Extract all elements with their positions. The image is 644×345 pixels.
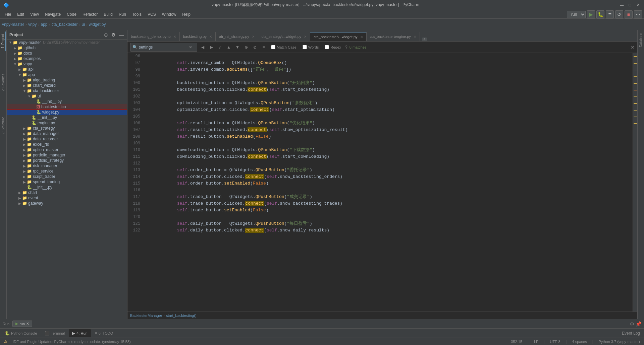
bc-backtester-manager[interactable]: BacktesterManager: [130, 314, 162, 318]
words-option[interactable]: Words: [301, 44, 321, 50]
tree-item-init-app[interactable]: 🐍 __init__.py: [7, 185, 127, 190]
tree-item-excel-rtd[interactable]: ▶ 📁 excel_rtd: [7, 142, 127, 147]
run-settings-btn[interactable]: ⚙: [630, 321, 634, 327]
tree-item-spread-trading[interactable]: ▶ 📁 spread_trading: [7, 179, 127, 185]
maximize-button[interactable]: □: [627, 2, 633, 8]
menu-code[interactable]: Code: [64, 11, 79, 17]
tab-favorites[interactable]: 2: Favorites: [1, 71, 6, 94]
tree-item-chart[interactable]: ▶ 📁 chart: [7, 190, 127, 195]
tree-item-gateway[interactable]: ▶ 📁 gateway: [7, 201, 127, 206]
menu-build[interactable]: Build: [101, 11, 115, 17]
tree-item-data-manager[interactable]: ▶ 📁 data_manager: [7, 131, 127, 136]
search-next-btn[interactable]: ▶: [208, 44, 215, 51]
tab-close-btn[interactable]: ✕: [209, 35, 212, 39]
refresh-button[interactable]: ↺: [615, 10, 623, 18]
tree-item-rpc-service[interactable]: ▶ 📁 rpc_service: [7, 168, 127, 174]
menu-view[interactable]: View: [28, 11, 42, 17]
tree-item-examples[interactable]: ▶ 📁 examples: [7, 56, 127, 61]
search-down-btn[interactable]: ▼: [234, 44, 241, 51]
tree-item-ui[interactable]: ▼ 📁 ui: [7, 93, 127, 99]
tab-todo-6[interactable]: ≡ 6: TODO: [92, 329, 117, 337]
tab-run-4[interactable]: ▶ 4: Run: [69, 329, 91, 337]
close-button[interactable]: ✕: [635, 2, 641, 8]
tab-close-btn[interactable]: ✕: [252, 35, 255, 39]
tab-atr-rsi[interactable]: atr_rsi_strategy.py ✕: [216, 32, 258, 41]
more-actions-button[interactable]: ⋯: [634, 10, 642, 18]
search-up-btn[interactable]: ▲: [225, 44, 232, 51]
search-options-btn[interactable]: ≡: [260, 44, 267, 51]
menu-tools[interactable]: Tools: [129, 11, 144, 17]
tab-backtesting-py[interactable]: backtesting.py ✕: [180, 32, 216, 41]
status-position[interactable]: 352:15: [509, 340, 524, 344]
tree-item-script-trader[interactable]: ▶ 📁 script_trader: [7, 174, 127, 179]
tree-item-cta-backtester[interactable]: ▼ 📁 cta_backtester: [7, 88, 127, 93]
tree-item-option-master[interactable]: ▶ 📁 option_master: [7, 147, 127, 152]
search-in-file-btn[interactable]: ⊕: [243, 44, 250, 51]
breadcrumb-cta-backtester[interactable]: cta_backtester: [51, 22, 77, 27]
search-prev-btn[interactable]: ◀: [199, 44, 206, 51]
run-button[interactable]: ▶: [587, 10, 595, 18]
status-line-ending[interactable]: LF: [533, 340, 540, 344]
tree-item-risk-manager[interactable]: ▶ 📁 risk_manager: [7, 163, 127, 168]
tree-item-event[interactable]: ▶ 📁 event: [7, 195, 127, 201]
status-encoding[interactable]: UTF-8: [549, 340, 562, 344]
breadcrumb-widget[interactable]: widget.py: [89, 22, 106, 27]
tab-close-btn[interactable]: ✕: [414, 35, 416, 39]
tree-item-algo-trading[interactable]: ▶ 📁 algo_trading: [7, 77, 127, 83]
coverage-button[interactable]: ☂: [606, 10, 614, 18]
search-history-btn[interactable]: ↙: [217, 44, 223, 51]
regex-checkbox[interactable]: [325, 45, 329, 49]
tab-structure[interactable]: Z: Structure: [1, 114, 6, 137]
menu-edit[interactable]: Edit: [14, 11, 27, 17]
tree-item-init-cta[interactable]: 🐍 __init__.py: [7, 115, 127, 120]
menu-refactor[interactable]: Refactor: [80, 11, 100, 17]
tree-item-app[interactable]: ▼ 📁 app: [7, 72, 127, 77]
menu-run[interactable]: Run: [116, 11, 129, 17]
tree-item-vnpy[interactable]: ▼ 📁 vnpy: [7, 61, 127, 67]
menu-help[interactable]: Help: [179, 11, 193, 17]
status-python-version[interactable]: Python 3.7 (vnpy-master): [597, 340, 642, 344]
tab-close-btn[interactable]: ✕: [173, 35, 176, 39]
breadcrumb-vnpy-master[interactable]: vnpy-master: [2, 22, 24, 27]
tab-database[interactable]: Database: [638, 30, 643, 50]
tab-terminal[interactable]: ⬛ Terminal: [41, 329, 68, 337]
tree-item-engine-py[interactable]: 🐍 engine.py: [7, 120, 127, 126]
run-config-item[interactable]: ▶ run ✕: [12, 321, 32, 327]
tab-backtesting-demo[interactable]: backtesting_demo.ipynb ✕: [127, 32, 180, 41]
run-close-icon[interactable]: ✕: [26, 322, 29, 326]
breadcrumb-ui[interactable]: ui: [82, 22, 85, 27]
tree-item-chart-wizard[interactable]: ▶ 📁 chart_wizard: [7, 83, 127, 88]
tab-project[interactable]: 1: Project: [0, 31, 6, 51]
match-case-checkbox[interactable]: [271, 45, 275, 49]
event-log-btn[interactable]: Event Log: [622, 331, 640, 336]
breadcrumb-app[interactable]: app: [41, 22, 47, 27]
minimize-button[interactable]: —: [619, 2, 625, 8]
tab-close-btn[interactable]: ✕: [304, 35, 307, 39]
tab-cta-strategy-widget[interactable]: cta_strategy\...widget.py ✕: [258, 32, 311, 41]
run-pin-btn[interactable]: 📌: [636, 321, 641, 327]
regex-option[interactable]: Regex: [323, 44, 343, 50]
status-indent[interactable]: 4 spaces: [571, 340, 588, 344]
menu-navigate[interactable]: Navigate: [42, 11, 63, 17]
breadcrumb-vnpy[interactable]: vnpy: [28, 22, 37, 27]
match-case-option[interactable]: Match Case: [269, 44, 299, 50]
tree-item-docs[interactable]: ▶ 📁 docs: [7, 51, 127, 56]
tree-item-api[interactable]: ▶ 📁 api: [7, 67, 127, 72]
stop-button[interactable]: ■: [625, 10, 633, 18]
regex-help-btn[interactable]: ?: [345, 45, 347, 50]
project-locate-btn[interactable]: ⊕: [103, 31, 109, 38]
menu-file[interactable]: File: [2, 11, 14, 17]
tree-item-data-recorder[interactable]: ▶ 📁 data_recorder: [7, 136, 127, 142]
project-settings-btn[interactable]: ⚙: [111, 31, 116, 38]
search-clear-btn[interactable]: ✕: [187, 44, 194, 51]
tree-item-init-ui[interactable]: 🐍 __init__.py: [7, 99, 127, 104]
search-close-btn[interactable]: ✕: [631, 45, 635, 50]
menu-vcs[interactable]: VCS: [145, 11, 159, 17]
tree-item-cta-strategy[interactable]: ▶ 📁 cta_strategy: [7, 126, 127, 131]
tree-item-portfolio-strategy[interactable]: ▶ 📁 portfolio_strategy: [7, 158, 127, 163]
tab-engine-py[interactable]: cta_backtester\engine.py ✕: [367, 32, 420, 41]
words-checkbox[interactable]: [303, 45, 307, 49]
tab-cta-backtester-widget[interactable]: cta_backtester\...widget.py ✕: [310, 32, 366, 41]
tree-item-portfolio-manager[interactable]: ▶ 📁 portfolio_manager: [7, 152, 127, 158]
tree-item-root[interactable]: ▼ 📁 vnpy-master D:\编程源代码\Python\vnpy-mas…: [7, 40, 127, 45]
